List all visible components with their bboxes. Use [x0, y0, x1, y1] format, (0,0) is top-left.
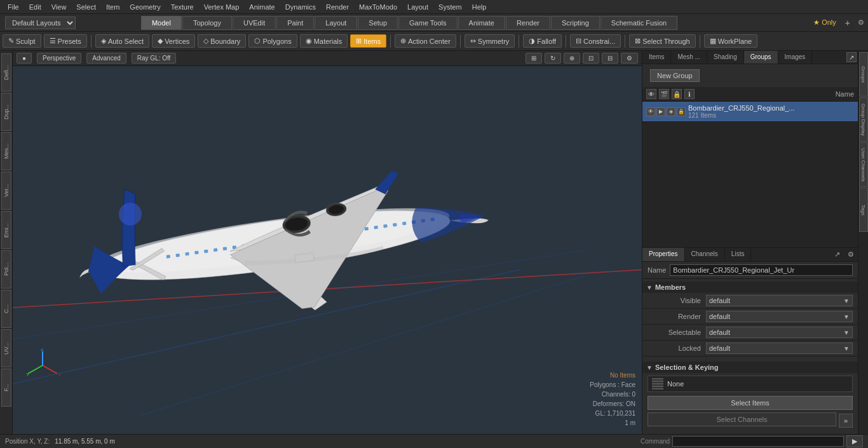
menu-vertexmap[interactable]: Vertex Map — [199, 2, 245, 12]
tab-layout[interactable]: Layout — [315, 16, 357, 30]
tab-setup[interactable]: Setup — [358, 16, 398, 30]
rtv-tab-group-display[interactable]: Group Display — [859, 97, 868, 142]
polygons-button[interactable]: ⬡ Polygons — [248, 34, 297, 48]
group-lock-icon[interactable]: 🔒 — [672, 89, 682, 99]
menu-dynamics[interactable]: Dynamics — [280, 2, 321, 12]
group-list-item[interactable]: 👁 ▶ ◈ 🔒 Bombardier_CRJ550_Regional_... 1… — [642, 102, 858, 122]
menu-select[interactable]: Select — [71, 2, 101, 12]
group-render-icon[interactable]: 🎬 — [659, 89, 669, 99]
menu-geometry[interactable]: Geometry — [125, 2, 165, 12]
action-center-button[interactable]: ⊕ Action Center — [395, 34, 456, 48]
left-tab-ver[interactable]: Ver... — [1, 172, 11, 210]
tab-topology[interactable]: Topology — [182, 16, 232, 30]
viewport-icon-5[interactable]: ⊟ — [602, 53, 618, 64]
sel-keying-header[interactable]: ▼ Selection & Keying — [642, 362, 858, 373]
groups-list[interactable]: 👁 ▶ ◈ 🔒 Bombardier_CRJ550_Regional_... 1… — [642, 102, 858, 247]
command-run-button[interactable]: ▶ — [846, 435, 863, 447]
left-tab-uv[interactable]: UV... — [1, 329, 11, 367]
rtv-tab-groups[interactable]: Groups — [859, 52, 868, 97]
menu-render[interactable]: Render — [321, 2, 354, 12]
select-channels-button[interactable]: Select Channels — [648, 412, 836, 426]
render-dropdown[interactable]: default ▼ — [706, 311, 853, 322]
items-button[interactable]: ⊞ Items — [350, 34, 386, 48]
tab-model[interactable]: Model — [141, 16, 182, 30]
layouts-dropdown[interactable]: Default Layouts — [5, 17, 76, 29]
selectable-dropdown[interactable]: default ▼ — [706, 327, 853, 338]
viewport[interactable]: ● Perspective Advanced Ray GL: Off ⊞ ↻ ⊕… — [13, 51, 642, 434]
expand-button[interactable]: » — [839, 414, 853, 428]
advanced-shading-button[interactable]: Advanced — [86, 53, 126, 64]
prop-tab-channels[interactable]: Channels — [685, 248, 725, 261]
left-tab-f[interactable]: F... — [1, 369, 11, 407]
add-layout-button[interactable]: + — [841, 17, 854, 29]
prop-tab-icon-2[interactable]: ⚙ — [844, 248, 858, 261]
menu-view[interactable]: View — [46, 2, 72, 12]
group-info-icon[interactable]: ℹ — [684, 89, 695, 99]
command-input[interactable] — [672, 436, 844, 447]
left-tab-dup[interactable]: Dup... — [1, 93, 11, 131]
prop-tab-lists[interactable]: Lists — [725, 248, 752, 261]
tab-paint[interactable]: Paint — [276, 16, 314, 30]
prop-tab-icon-1[interactable]: ↗ — [831, 248, 844, 261]
falloff-button[interactable]: ◑ Falloff — [523, 34, 562, 48]
menu-animate[interactable]: Animate — [244, 2, 280, 12]
tab-scripting[interactable]: Scripting — [551, 16, 600, 30]
left-tab-mesh[interactable]: Mes... — [1, 132, 11, 170]
tab-schematic-fusion[interactable]: Schematic Fusion — [600, 16, 677, 30]
rtv-tab-user-channels[interactable]: User Channels — [859, 142, 868, 187]
visible-dropdown[interactable]: default ▼ — [706, 295, 853, 306]
select-items-button[interactable]: Select Items — [648, 396, 853, 410]
rtv-tab-tags[interactable]: Tags — [859, 187, 868, 232]
select-through-button[interactable]: ⊠ Select Through — [629, 34, 695, 48]
sculpt-button[interactable]: ✎ Sculpt — [3, 34, 41, 48]
menu-item[interactable]: Item — [101, 2, 125, 12]
viewport-canvas[interactable]: UNITED — [13, 66, 642, 434]
left-tab-pol[interactable]: Pol... — [1, 250, 11, 288]
viewport-toggle[interactable]: ● — [17, 53, 32, 64]
menu-texture[interactable]: Texture — [166, 2, 199, 12]
symmetry-button[interactable]: ⇔ Symmetry — [465, 34, 515, 48]
group-cam-icon[interactable]: ▶ — [656, 107, 665, 116]
panel-expand-button[interactable]: ↗ — [846, 52, 857, 62]
star-button[interactable]: ★ Only — [808, 17, 841, 28]
left-tab-c[interactable]: C... — [1, 290, 11, 328]
settings-button[interactable]: ⚙ — [854, 17, 868, 28]
prop-tab-properties[interactable]: Properties — [642, 248, 685, 261]
members-header[interactable]: ▼ Members — [642, 282, 858, 293]
menu-help[interactable]: Help — [467, 2, 492, 12]
presets-button[interactable]: ☰ Presets — [44, 34, 87, 48]
vertices-button[interactable]: ◆ Vertices — [152, 34, 195, 48]
workplane-button[interactable]: ▦ WorkPlane — [704, 34, 758, 48]
menu-system[interactable]: System — [433, 2, 467, 12]
menu-layout[interactable]: Layout — [402, 2, 433, 12]
menu-maxtomodo[interactable]: MaxToModo — [354, 2, 402, 12]
boundary-button[interactable]: ◇ Boundary — [198, 34, 246, 48]
group-sel-icon[interactable]: ◈ — [667, 107, 675, 116]
group-visible-icon[interactable]: 👁 — [646, 89, 656, 99]
prop-name-input[interactable] — [670, 264, 853, 276]
viewport-icon-4[interactable]: ⊡ — [583, 53, 599, 64]
panel-tab-mesh[interactable]: Mesh ... — [671, 51, 707, 64]
locked-dropdown[interactable]: default ▼ — [706, 343, 853, 354]
tab-render[interactable]: Render — [506, 16, 550, 30]
menu-edit[interactable]: Edit — [24, 2, 46, 12]
viewport-icon-1[interactable]: ⊞ — [526, 53, 542, 64]
menu-file[interactable]: File — [3, 2, 24, 12]
panel-tab-shading[interactable]: Shading — [707, 51, 744, 64]
panel-tab-items[interactable]: Items — [642, 51, 671, 64]
viewport-icon-2[interactable]: ↻ — [545, 53, 561, 64]
group-eye-icon[interactable]: 👁 — [646, 107, 655, 116]
group-lock2-icon[interactable]: 🔒 — [677, 107, 686, 116]
raygl-button[interactable]: Ray GL: Off — [132, 53, 177, 64]
constraints-button[interactable]: ⊟ Constrai... — [570, 34, 621, 48]
perspective-button[interactable]: Perspective — [37, 53, 81, 64]
materials-button[interactable]: ◉ Materials — [300, 34, 348, 48]
panel-tab-groups[interactable]: Groups — [744, 51, 778, 64]
tab-uvedit[interactable]: UVEdit — [233, 16, 276, 30]
new-group-button[interactable]: New Group — [650, 69, 700, 82]
tab-animate[interactable]: Animate — [458, 16, 505, 30]
tab-gametools[interactable]: Game Tools — [398, 16, 458, 30]
left-tab-defi[interactable]: Defi... — [1, 53, 11, 92]
viewport-icon-3[interactable]: ⊕ — [564, 53, 580, 64]
auto-select-button[interactable]: ◈ Auto Select — [95, 34, 149, 48]
